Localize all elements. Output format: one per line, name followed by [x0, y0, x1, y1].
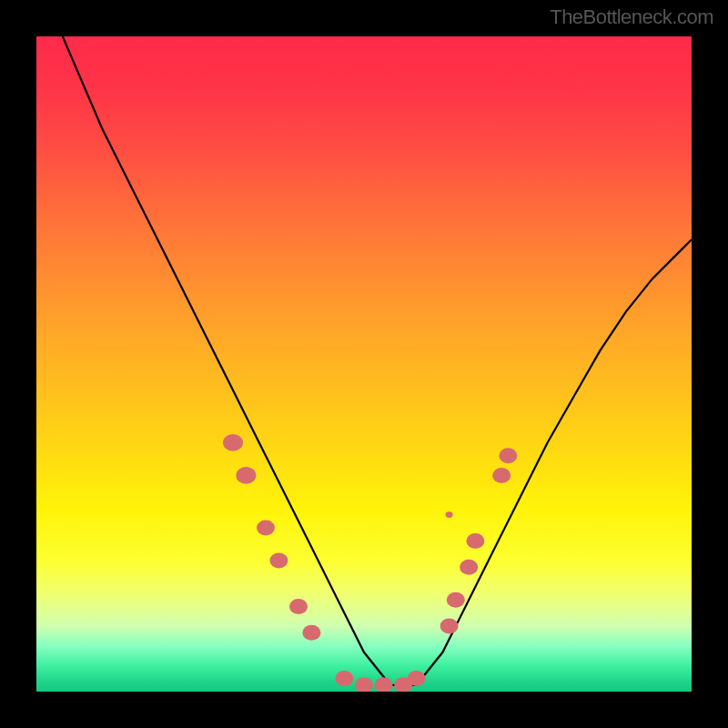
data-marker: [460, 560, 478, 575]
data-marker: [499, 448, 517, 463]
bottleneck-curve: [63, 36, 692, 685]
data-marker: [355, 677, 373, 692]
data-marker: [223, 434, 243, 451]
data-marker: [257, 521, 275, 536]
data-marker: [447, 592, 465, 608]
data-marker: [492, 468, 511, 483]
data-marker: [335, 671, 353, 686]
curve-layer: [36, 36, 692, 692]
data-marker: [466, 533, 484, 549]
data-marker: [446, 511, 453, 518]
data-marker: [269, 553, 288, 569]
data-markers: [223, 434, 517, 692]
data-marker: [408, 671, 426, 686]
data-marker: [302, 625, 320, 641]
data-marker: [236, 467, 256, 484]
watermark-text: TheBottleneck.com: [550, 5, 713, 29]
data-marker: [375, 677, 393, 692]
data-marker: [289, 599, 308, 614]
plot-area: [36, 36, 692, 692]
chart-root: TheBottleneck.com: [0, 0, 728, 728]
data-marker: [440, 619, 459, 634]
